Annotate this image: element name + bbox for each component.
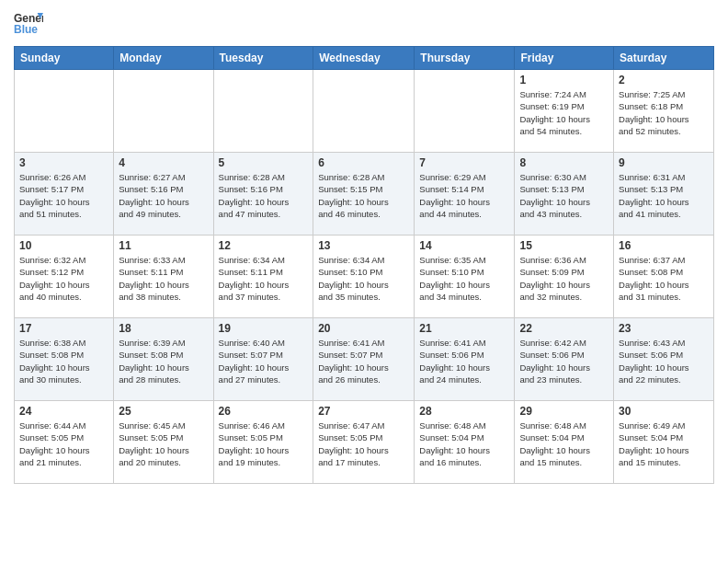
page-container: General Blue SundayMondayTuesdayWednesda… bbox=[0, 0, 728, 493]
calendar-cell: 26Sunrise: 6:46 AM Sunset: 5:05 PM Dayli… bbox=[213, 401, 313, 484]
weekday-header-wednesday: Wednesday bbox=[313, 47, 415, 70]
calendar-cell: 17Sunrise: 6:38 AM Sunset: 5:08 PM Dayli… bbox=[15, 318, 114, 401]
day-info: Sunrise: 6:35 AM Sunset: 5:10 PM Dayligh… bbox=[419, 254, 509, 303]
day-info: Sunrise: 6:39 AM Sunset: 5:08 PM Dayligh… bbox=[119, 337, 208, 385]
day-info: Sunrise: 6:41 AM Sunset: 5:07 PM Dayligh… bbox=[318, 337, 409, 385]
calendar-cell: 16Sunrise: 6:37 AM Sunset: 5:08 PM Dayli… bbox=[614, 236, 714, 318]
day-number: 24 bbox=[19, 405, 108, 418]
day-info: Sunrise: 6:38 AM Sunset: 5:08 PM Dayligh… bbox=[19, 337, 108, 385]
calendar-cell: 7Sunrise: 6:29 AM Sunset: 5:14 PM Daylig… bbox=[415, 153, 515, 236]
calendar-cell: 24Sunrise: 6:44 AM Sunset: 5:05 PM Dayli… bbox=[15, 401, 114, 484]
calendar-week-2: 3Sunrise: 6:26 AM Sunset: 5:17 PM Daylig… bbox=[15, 153, 714, 236]
svg-text:Blue: Blue bbox=[14, 23, 38, 36]
logo: General Blue bbox=[14, 9, 43, 39]
day-number: 29 bbox=[519, 405, 609, 418]
day-number: 9 bbox=[619, 156, 709, 169]
calendar-cell: 13Sunrise: 6:34 AM Sunset: 5:10 PM Dayli… bbox=[313, 236, 415, 318]
calendar-week-3: 10Sunrise: 6:32 AM Sunset: 5:12 PM Dayli… bbox=[15, 236, 714, 318]
calendar-cell: 6Sunrise: 6:28 AM Sunset: 5:15 PM Daylig… bbox=[313, 153, 415, 236]
day-number: 8 bbox=[519, 156, 609, 169]
calendar-cell: 29Sunrise: 6:48 AM Sunset: 5:04 PM Dayli… bbox=[515, 401, 614, 484]
calendar-cell bbox=[313, 70, 415, 153]
day-number: 16 bbox=[619, 239, 709, 252]
day-info: Sunrise: 7:24 AM Sunset: 6:19 PM Dayligh… bbox=[519, 88, 609, 137]
calendar-table: SundayMondayTuesdayWednesdayThursdayFrid… bbox=[14, 46, 714, 484]
day-info: Sunrise: 6:26 AM Sunset: 5:17 PM Dayligh… bbox=[19, 171, 108, 220]
day-info: Sunrise: 6:42 AM Sunset: 5:06 PM Dayligh… bbox=[519, 337, 609, 385]
day-info: Sunrise: 6:32 AM Sunset: 5:12 PM Dayligh… bbox=[19, 254, 108, 303]
calendar-cell bbox=[114, 70, 213, 153]
day-info: Sunrise: 6:37 AM Sunset: 5:08 PM Dayligh… bbox=[619, 254, 709, 303]
calendar-cell: 14Sunrise: 6:35 AM Sunset: 5:10 PM Dayli… bbox=[415, 236, 515, 318]
calendar-cell: 21Sunrise: 6:41 AM Sunset: 5:06 PM Dayli… bbox=[415, 318, 515, 401]
calendar-cell: 2Sunrise: 7:25 AM Sunset: 6:18 PM Daylig… bbox=[614, 70, 714, 153]
day-info: Sunrise: 6:28 AM Sunset: 5:16 PM Dayligh… bbox=[219, 171, 309, 220]
calendar-cell: 20Sunrise: 6:41 AM Sunset: 5:07 PM Dayli… bbox=[313, 318, 415, 401]
calendar-cell: 11Sunrise: 6:33 AM Sunset: 5:11 PM Dayli… bbox=[114, 236, 213, 318]
weekday-header-row: SundayMondayTuesdayWednesdayThursdayFrid… bbox=[15, 47, 714, 70]
day-number: 5 bbox=[219, 156, 309, 169]
calendar-cell: 12Sunrise: 6:34 AM Sunset: 5:11 PM Dayli… bbox=[213, 236, 313, 318]
day-info: Sunrise: 6:40 AM Sunset: 5:07 PM Dayligh… bbox=[219, 337, 309, 385]
calendar-cell: 15Sunrise: 6:36 AM Sunset: 5:09 PM Dayli… bbox=[515, 236, 614, 318]
day-number: 19 bbox=[219, 322, 309, 335]
day-info: Sunrise: 6:46 AM Sunset: 5:05 PM Dayligh… bbox=[219, 419, 309, 468]
calendar-cell: 18Sunrise: 6:39 AM Sunset: 5:08 PM Dayli… bbox=[114, 318, 213, 401]
calendar-week-5: 24Sunrise: 6:44 AM Sunset: 5:05 PM Dayli… bbox=[15, 401, 714, 484]
day-info: Sunrise: 6:34 AM Sunset: 5:10 PM Dayligh… bbox=[318, 254, 409, 303]
day-info: Sunrise: 7:25 AM Sunset: 6:18 PM Dayligh… bbox=[619, 88, 709, 137]
day-number: 17 bbox=[19, 322, 108, 335]
calendar-cell: 19Sunrise: 6:40 AM Sunset: 5:07 PM Dayli… bbox=[213, 318, 313, 401]
day-info: Sunrise: 6:29 AM Sunset: 5:14 PM Dayligh… bbox=[419, 171, 509, 220]
calendar-cell bbox=[213, 70, 313, 153]
calendar-cell: 23Sunrise: 6:43 AM Sunset: 5:06 PM Dayli… bbox=[614, 318, 714, 401]
day-info: Sunrise: 6:34 AM Sunset: 5:11 PM Dayligh… bbox=[219, 254, 309, 303]
day-number: 6 bbox=[318, 156, 409, 169]
weekday-header-monday: Monday bbox=[114, 47, 213, 70]
calendar-cell: 4Sunrise: 6:27 AM Sunset: 5:16 PM Daylig… bbox=[114, 153, 213, 236]
day-number: 3 bbox=[19, 156, 108, 169]
calendar-week-4: 17Sunrise: 6:38 AM Sunset: 5:08 PM Dayli… bbox=[15, 318, 714, 401]
day-number: 25 bbox=[119, 405, 208, 418]
weekday-header-sunday: Sunday bbox=[15, 47, 114, 70]
calendar-cell: 28Sunrise: 6:48 AM Sunset: 5:04 PM Dayli… bbox=[415, 401, 515, 484]
header: General Blue bbox=[14, 9, 714, 39]
calendar-week-1: 1Sunrise: 7:24 AM Sunset: 6:19 PM Daylig… bbox=[15, 70, 714, 153]
day-number: 10 bbox=[19, 239, 108, 252]
day-number: 13 bbox=[318, 239, 409, 252]
day-number: 14 bbox=[419, 239, 509, 252]
day-number: 1 bbox=[519, 74, 609, 86]
day-info: Sunrise: 6:48 AM Sunset: 5:04 PM Dayligh… bbox=[419, 419, 509, 468]
day-info: Sunrise: 6:49 AM Sunset: 5:04 PM Dayligh… bbox=[619, 419, 709, 468]
weekday-header-saturday: Saturday bbox=[614, 47, 714, 70]
day-number: 28 bbox=[419, 405, 509, 418]
day-number: 7 bbox=[419, 156, 509, 169]
day-info: Sunrise: 6:36 AM Sunset: 5:09 PM Dayligh… bbox=[519, 254, 609, 303]
weekday-header-tuesday: Tuesday bbox=[213, 47, 313, 70]
calendar-cell: 1Sunrise: 7:24 AM Sunset: 6:19 PM Daylig… bbox=[515, 70, 614, 153]
calendar-cell: 22Sunrise: 6:42 AM Sunset: 5:06 PM Dayli… bbox=[515, 318, 614, 401]
day-number: 23 bbox=[619, 322, 709, 335]
day-info: Sunrise: 6:30 AM Sunset: 5:13 PM Dayligh… bbox=[519, 171, 609, 220]
day-info: Sunrise: 6:41 AM Sunset: 5:06 PM Dayligh… bbox=[419, 337, 509, 385]
calendar-cell: 10Sunrise: 6:32 AM Sunset: 5:12 PM Dayli… bbox=[15, 236, 114, 318]
day-number: 22 bbox=[519, 322, 609, 335]
day-number: 26 bbox=[219, 405, 309, 418]
day-number: 27 bbox=[318, 405, 409, 418]
calendar-cell: 30Sunrise: 6:49 AM Sunset: 5:04 PM Dayli… bbox=[614, 401, 714, 484]
day-number: 12 bbox=[219, 239, 309, 252]
calendar-cell: 9Sunrise: 6:31 AM Sunset: 5:13 PM Daylig… bbox=[614, 153, 714, 236]
day-number: 15 bbox=[519, 239, 609, 252]
calendar-cell bbox=[15, 70, 114, 153]
day-number: 20 bbox=[318, 322, 409, 335]
day-info: Sunrise: 6:28 AM Sunset: 5:15 PM Dayligh… bbox=[318, 171, 409, 220]
day-number: 2 bbox=[619, 74, 709, 86]
calendar-cell: 25Sunrise: 6:45 AM Sunset: 5:05 PM Dayli… bbox=[114, 401, 213, 484]
calendar-cell: 3Sunrise: 6:26 AM Sunset: 5:17 PM Daylig… bbox=[15, 153, 114, 236]
calendar-cell bbox=[415, 70, 515, 153]
calendar-cell: 8Sunrise: 6:30 AM Sunset: 5:13 PM Daylig… bbox=[515, 153, 614, 236]
day-info: Sunrise: 6:31 AM Sunset: 5:13 PM Dayligh… bbox=[619, 171, 709, 220]
day-info: Sunrise: 6:27 AM Sunset: 5:16 PM Dayligh… bbox=[119, 171, 208, 220]
day-info: Sunrise: 6:33 AM Sunset: 5:11 PM Dayligh… bbox=[119, 254, 208, 303]
day-info: Sunrise: 6:43 AM Sunset: 5:06 PM Dayligh… bbox=[619, 337, 709, 385]
